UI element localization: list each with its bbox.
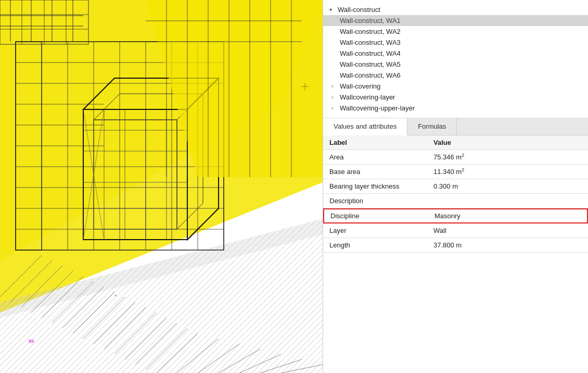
tree-subparent-label: Wallcovering-layer <box>340 93 395 101</box>
attr-row-bearing-layer: Bearing layer thickness 0.300 m <box>323 179 588 194</box>
tree-sub-arrow-2: › <box>331 105 338 111</box>
tab-values-attributes[interactable]: Values and attributes <box>323 118 407 135</box>
header-value-col: Value <box>427 136 588 149</box>
tree-subparent-label: Wall-covering <box>340 82 380 90</box>
tree-parent-label: Wall-construct <box>338 6 380 14</box>
attr-row-area: Area 75.346 m2 <box>323 150 588 165</box>
attr-row-base-area: Base area 11.340 m2 <box>323 165 588 179</box>
attr-value-layer: Wall <box>427 224 588 237</box>
attr-label-discipline: Discipline <box>324 209 428 222</box>
tree-item-wa1[interactable]: Wall-construct, WA1 <box>323 15 588 26</box>
tree-expand-arrow: ▾ <box>329 7 336 13</box>
right-panel: ▾ Wall-construct Wall-construct, WA1 Wal… <box>323 0 588 373</box>
tree-item-label: Wall-construct, WA4 <box>340 49 401 57</box>
attr-label-description: Description <box>323 194 427 207</box>
tree-item-label: Wall-construct, WA6 <box>340 71 401 79</box>
attr-value-area: 75.346 m2 <box>427 150 588 164</box>
attr-row-layer: Layer Wall <box>323 223 588 238</box>
tree-item-wa2[interactable]: Wall-construct, WA2 <box>323 26 588 37</box>
attr-row-discipline: Discipline Masonry <box>323 208 588 223</box>
attributes-table: Label Value Area 75.346 m2 Base area 11.… <box>323 135 588 373</box>
tree-item-wa6[interactable]: Wall-construct, WA6 <box>323 70 588 81</box>
tree-item-label: Wall-construct, WA3 <box>340 39 401 46</box>
tree-subparent-wall-covering[interactable]: › Wall-covering <box>323 81 588 92</box>
tabs-bar: Values and attributes Formulas <box>323 118 588 135</box>
tree-section: ▾ Wall-construct Wall-construct, WA1 Wal… <box>323 0 588 118</box>
tree-subparent-label: Wallcovering-upper-layer <box>340 104 415 112</box>
tab-formulas[interactable]: Formulas <box>407 118 457 135</box>
attr-value-discipline: Masonry <box>428 209 587 222</box>
tree-sub-arrow-1: › <box>331 94 338 100</box>
tree-sub-arrow-0: › <box>331 83 338 89</box>
attr-label-layer: Layer <box>323 224 427 237</box>
tree-item-label: Wall-construct, WA5 <box>340 60 401 68</box>
attr-value-base-area: 11.340 m2 <box>427 165 588 178</box>
attr-value-length: 37.800 m <box>427 239 588 252</box>
tree-item-wa5[interactable]: Wall-construct, WA5 <box>323 59 588 70</box>
attr-row-description: Description <box>323 194 588 208</box>
tree-subparent-wallcovering-layer[interactable]: › Wallcovering-layer <box>323 92 588 103</box>
svg-text:+: + <box>114 293 117 298</box>
cad-viewport[interactable]: 89 + + <box>0 0 323 373</box>
attr-label-bearing-layer: Bearing layer thickness <box>323 180 427 193</box>
tree-item-label: Wall-construct, WA1 <box>340 17 401 24</box>
attr-label-length: Length <box>323 239 427 252</box>
tree-subparent-wallcovering-upper[interactable]: › Wallcovering-upper-layer <box>323 103 588 114</box>
attr-row-length: Length 37.800 m <box>323 238 588 253</box>
attr-label-base-area: Base area <box>323 165 427 178</box>
tree-item-wa3[interactable]: Wall-construct, WA3 <box>323 37 588 48</box>
attributes-header: Label Value <box>323 135 588 150</box>
attr-label-area: Area <box>323 151 427 164</box>
svg-text:89: 89 <box>29 339 34 344</box>
attr-value-description <box>427 198 588 204</box>
tree-parent-wall-construct[interactable]: ▾ Wall-construct <box>323 4 588 15</box>
tree-item-wa4[interactable]: Wall-construct, WA4 <box>323 48 588 59</box>
attr-value-bearing-layer: 0.300 m <box>427 180 588 193</box>
tree-item-label: Wall-construct, WA2 <box>340 28 401 35</box>
header-label-col: Label <box>323 136 427 149</box>
